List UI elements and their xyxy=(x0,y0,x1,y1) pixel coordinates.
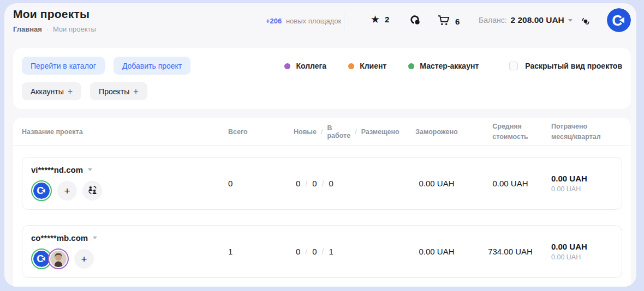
separator: / xyxy=(321,128,323,136)
spent-month: 0.00 UAH xyxy=(551,174,622,183)
switch-user-icon xyxy=(87,185,98,197)
go-to-catalog-button[interactable]: Перейти в каталог xyxy=(22,57,105,75)
projects-table: Название проекта Всего Новые / В работе … xyxy=(13,118,631,287)
page-title: Мои проекты xyxy=(13,8,90,21)
breadcrumb-home[interactable]: Главная xyxy=(13,25,42,33)
cell-in-progress: 0 xyxy=(312,179,317,188)
legend-colleague: Коллега xyxy=(284,62,326,70)
cell-frozen: 0.00 UAH xyxy=(386,247,479,256)
col-header-statuses[interactable]: Новые / В работе / Размещено xyxy=(285,124,386,140)
project-name: co*****mb.com xyxy=(31,233,88,242)
collaborator-logo-icon: C xyxy=(33,183,50,199)
person-photo-icon xyxy=(50,251,67,267)
col-header-total[interactable]: Всего xyxy=(219,128,285,136)
cart-count: 6 xyxy=(455,17,460,26)
add-member-button[interactable]: + xyxy=(74,249,94,269)
cell-new: 0 xyxy=(296,247,300,256)
spent-month: 0.00 UAH xyxy=(551,242,622,251)
col-header-avg-cost[interactable]: Средняя стоимость xyxy=(479,122,533,141)
cell-spent: 0.00 UAH 0.00 UAH xyxy=(533,174,622,193)
table-header-row: Название проекта Всего Новые / В работе … xyxy=(13,118,631,146)
master-account-dot-icon xyxy=(408,63,414,69)
chevron-down-icon xyxy=(93,237,97,239)
project-name: vi*****nd.com xyxy=(31,165,83,174)
breadcrumb-separator: · xyxy=(46,26,49,33)
plus-icon: + xyxy=(68,87,73,96)
comments-button[interactable] xyxy=(409,14,421,28)
notifications-button[interactable] xyxy=(577,14,594,31)
star-icon: ★ xyxy=(371,14,380,25)
legend-client: Клиент xyxy=(348,62,386,70)
user-avatar[interactable]: C xyxy=(607,8,631,32)
project-row: vi*****nd.com C xyxy=(22,157,622,210)
separator: / xyxy=(322,247,324,256)
col-header-spent[interactable]: Потрачено месяц/квартал xyxy=(533,122,622,141)
expanded-view-label: Раскрытый вид проектов xyxy=(525,62,622,70)
legend-client-label: Клиент xyxy=(360,62,386,70)
col-header-avg-line1: Средняя xyxy=(492,122,528,131)
col-header-spent-line2: месяц/квартал xyxy=(551,132,622,142)
separator: / xyxy=(355,128,356,136)
cell-in-progress: 0 xyxy=(312,247,317,256)
cell-avg-cost: 0.00 UAH xyxy=(479,179,533,188)
chevron-down-icon xyxy=(568,19,573,22)
cell-placed: 1 xyxy=(329,247,333,256)
expanded-view-toggle[interactable]: Раскрытый вид проектов xyxy=(509,62,622,70)
app-frame: Мои проекты Главная · Мои проекты +206 н… xyxy=(4,3,636,287)
separator: / xyxy=(322,179,324,188)
balance-label: Баланс: xyxy=(479,16,507,25)
header-divider xyxy=(344,12,344,31)
accounts-filter-button[interactable]: Аккаунты + xyxy=(22,82,81,100)
balance-value: 2 208.00 UAH xyxy=(511,15,564,25)
legend-master-account-label: Мастер-аккаунт xyxy=(420,62,479,70)
favorites-count: 2 xyxy=(385,15,389,24)
add-member-button[interactable]: + xyxy=(57,181,77,201)
colleague-avatar[interactable] xyxy=(48,248,69,269)
separator: / xyxy=(305,179,307,188)
plus-icon: + xyxy=(64,186,70,196)
master-account-avatar[interactable]: C xyxy=(31,180,52,201)
project-name-dropdown[interactable]: co*****mb.com xyxy=(31,233,219,242)
plus-icon: + xyxy=(81,254,87,264)
col-header-new: Новые xyxy=(294,128,317,136)
cell-frozen: 0.00 UAH xyxy=(386,179,479,188)
new-platforms-count: +206 xyxy=(266,17,282,25)
project-name-dropdown[interactable]: vi*****nd.com xyxy=(31,165,219,174)
col-header-avg-line2: стоимость xyxy=(492,132,528,142)
balance-dropdown[interactable]: Баланс: 2 208.00 UAH xyxy=(479,15,573,25)
filters-panel: Перейти в каталог Добавить проект Аккаун… xyxy=(13,48,631,109)
collaborator-logo-icon: C xyxy=(33,251,50,267)
cell-total: 0 xyxy=(219,179,285,188)
cell-new: 0 xyxy=(296,179,300,188)
spent-quarter: 0.00 UAH xyxy=(551,253,622,261)
cell-avg-cost: 734.00 UAH xyxy=(479,247,533,256)
col-header-in-progress: В работе xyxy=(327,124,350,140)
separator: / xyxy=(305,247,307,256)
cell-statuses: 0 / 0 / 0 xyxy=(285,179,386,188)
col-header-name[interactable]: Название проекта xyxy=(22,128,219,136)
client-dot-icon xyxy=(348,63,354,69)
projects-filter-button[interactable]: Проекты + xyxy=(90,82,147,100)
favorites-button[interactable]: ★ 2 xyxy=(371,14,389,25)
col-header-frozen[interactable]: Заморожено xyxy=(386,128,479,136)
chat-icon xyxy=(409,14,421,28)
breadcrumb-current: Мои проекты xyxy=(53,25,96,33)
notifications-icon xyxy=(580,15,592,29)
new-platforms-link[interactable]: +206 новых площадок xyxy=(266,17,341,25)
legend-master-account: Мастер-аккаунт xyxy=(408,62,479,70)
breadcrumb: Главная · Мои проекты xyxy=(13,25,96,33)
legend-colleague-label: Коллега xyxy=(296,62,326,70)
accounts-filter-label: Аккаунты xyxy=(31,87,64,96)
cart-icon xyxy=(437,14,450,28)
chevron-down-icon xyxy=(88,168,92,171)
cart-button[interactable]: 6 xyxy=(437,14,460,28)
transfer-user-button[interactable] xyxy=(82,181,102,201)
cell-statuses: 0 / 0 / 1 xyxy=(285,247,386,256)
cell-spent: 0.00 UAH 0.00 UAH xyxy=(533,242,622,261)
new-platforms-label: новых площадок xyxy=(286,17,341,25)
cell-placed: 0 xyxy=(329,179,333,188)
expanded-view-checkbox[interactable] xyxy=(509,62,518,70)
project-row: co*****mb.com C xyxy=(22,225,622,278)
spent-quarter: 0.00 UAH xyxy=(551,185,622,193)
add-project-button[interactable]: Добавить проект xyxy=(114,57,190,75)
